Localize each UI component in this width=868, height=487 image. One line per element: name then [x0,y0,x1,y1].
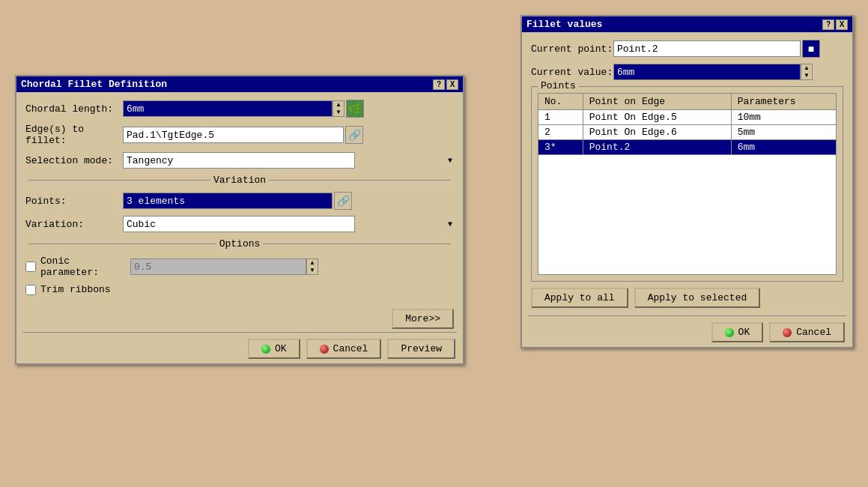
ok-button[interactable]: OK [248,339,300,359]
points-table-header: No. Point on Edge Parameters [538,94,837,110]
selection-mode-input-group: Tangency Minimal ▼ [123,152,454,169]
conic-checkbox[interactable] [25,261,36,272]
col-point-on-edge: Point on Edge [583,94,731,110]
chordal-fillet-titlebar[interactable]: Chordal Fillet Definition ? X [16,76,463,92]
fillet-cancel-label: Cancel [796,327,831,338]
trim-checkbox[interactable] [25,285,36,295]
chordal-length-icon-btn[interactable]: 🌿 [346,100,364,118]
fillet-help-button[interactable]: ? [822,19,834,30]
chordal-length-up[interactable]: ▲ [333,101,344,109]
fillet-cancel-icon [783,328,792,337]
edges-input[interactable] [123,127,344,143]
fillet-values-titlebar-buttons: ? X [822,19,848,30]
variation-label: Variation: [25,219,123,230]
fillet-values-dialog: Fillet values ? X Current point: ■ Curre… [521,15,854,348]
variation-section-divider: Variation [25,175,454,186]
variation-arrow: ▼ [448,220,452,229]
chordal-length-down[interactable]: ▼ [333,109,344,116]
variation-select[interactable]: Cubic Linear [123,216,355,232]
row1-point: Point On Edge.5 [583,110,731,125]
header-row: No. Point on Edge Parameters [538,94,837,110]
more-button-row: More>> [16,309,463,332]
col-no: No. [538,94,583,110]
current-value-label: Current value: [531,67,613,78]
points-table-body: 1 Point On Edge.5 10mm 2 Point On Edge.6… [538,110,837,155]
edges-input-group: 🔗 [123,126,454,144]
row3-point: Point.2 [583,140,731,155]
current-point-label: Current point: [531,43,613,55]
fillet-values-title: Fillet values [526,19,602,30]
fillet-values-titlebar[interactable]: Fillet values ? X [522,16,852,32]
apply-all-button[interactable]: Apply to all [531,288,628,308]
chordal-length-input[interactable] [123,100,333,117]
points-icon-btn[interactable]: 🔗 [334,192,352,210]
ok-label: OK [275,343,287,354]
row3-params: 6mm [731,140,836,155]
points-group: Points No. Point on Edge Parameters 1 Po… [531,86,843,282]
options-section-label: Options [219,238,261,249]
current-value-spinner[interactable]: ▲ ▼ [801,64,813,80]
conic-spinner[interactable]: ▲ ▼ [306,258,318,275]
chordal-fillet-title: Chordal Fillet Definition [21,79,167,90]
variation-input-group: Cubic Linear ▼ [123,216,454,232]
fillet-cancel-button[interactable]: Cancel [769,322,845,342]
current-value-input[interactable] [613,64,801,80]
fillet-close-button[interactable]: X [836,19,848,30]
trim-row: Trim ribbons [25,284,454,295]
options-section-divider: Options [25,238,454,249]
chordal-length-row: Chordal length: ▲ ▼ 🌿 [25,100,454,118]
preview-button[interactable]: Preview [387,339,455,359]
selection-mode-row: Selection mode: Tangency Minimal ▼ [25,152,454,169]
more-button[interactable]: More>> [392,309,454,329]
points-input[interactable] [123,193,333,209]
current-value-down[interactable]: ▼ [801,72,812,79]
row1-no: 1 [538,110,583,125]
edges-row: Edge(s) to fillet: 🔗 [25,124,454,146]
fillet-ok-button[interactable]: OK [711,322,764,342]
table-empty-area [538,155,837,275]
selection-mode-label: Selection mode: [25,155,123,166]
conic-up[interactable]: ▲ [307,259,318,267]
current-value-up[interactable]: ▲ [801,64,812,72]
points-input-group: 🔗 [123,192,454,210]
chordal-length-input-group: ▲ ▼ 🌿 [123,100,454,118]
trim-label: Trim ribbons [40,284,111,295]
help-button[interactable]: ? [433,79,445,90]
table-row[interactable]: 1 Point On Edge.5 10mm [538,110,837,125]
variation-row: Variation: Cubic Linear ▼ [25,216,454,232]
row2-params: 5mm [731,125,836,140]
fillet-values-bottom-bar: OK Cancel [522,316,852,347]
conic-input-group: ▲ ▼ [130,258,454,275]
table-row-selected[interactable]: 3* Point.2 6mm [538,140,837,155]
ok-icon [261,345,270,354]
cancel-button[interactable]: Cancel [306,339,382,359]
edges-icon-btn[interactable]: 🔗 [345,126,363,144]
row1-params: 10mm [731,110,836,125]
apply-button-row: Apply to all Apply to selected [531,288,843,308]
selection-mode-select[interactable]: Tangency Minimal [123,152,355,169]
current-point-input[interactable] [613,40,801,57]
fillet-values-content: Current point: ■ Current value: ▲ ▼ Poin… [522,32,852,315]
chordal-length-spinner[interactable]: ▲ ▼ [333,100,345,117]
current-point-input-group: ■ [613,40,843,58]
apply-selected-button[interactable]: Apply to selected [634,288,761,308]
points-group-label: Points [538,80,579,91]
conic-row: Conic parameter: ▲ ▼ [25,255,454,278]
close-button[interactable]: X [446,79,458,90]
chordal-fillet-content: Chordal length: ▲ ▼ 🌿 Edge(s) to fillet:… [16,92,463,309]
current-point-icon[interactable]: ■ [802,40,820,58]
conic-input [130,258,306,275]
cancel-label: Cancel [333,343,368,354]
col-parameters: Parameters [731,94,836,110]
table-row[interactable]: 2 Point On Edge.6 5mm [538,125,837,140]
current-point-row: Current point: ■ [531,40,843,58]
points-label: Points: [25,196,123,207]
row3-no: 3* [538,140,583,155]
row2-no: 2 [538,125,583,140]
conic-down[interactable]: ▼ [307,267,318,274]
chordal-fillet-dialog: Chordal Fillet Definition ? X Chordal le… [15,75,464,365]
selection-mode-arrow: ▼ [448,157,452,165]
current-value-row: Current value: ▲ ▼ [531,64,843,80]
titlebar-buttons: ? X [433,79,458,90]
current-value-input-group: ▲ ▼ [613,64,843,80]
